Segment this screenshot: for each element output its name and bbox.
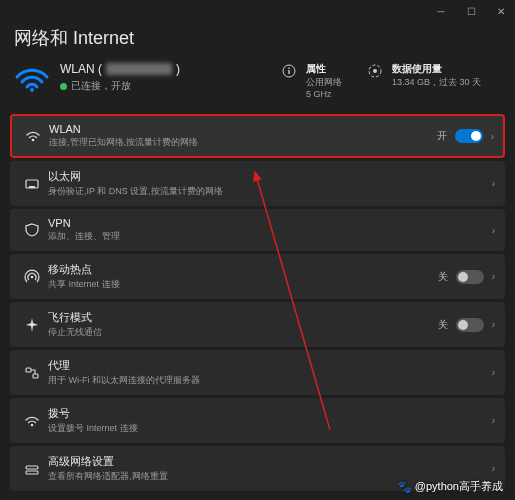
svg-rect-3 [288, 68, 289, 69]
maximize-button[interactable]: ☐ [463, 6, 479, 17]
chevron-right-icon: › [492, 225, 495, 236]
svg-rect-8 [29, 186, 35, 188]
chevron-right-icon: › [492, 178, 495, 189]
item-subtitle: 连接,管理已知网络,按流量计费的网络 [49, 136, 437, 149]
data-usage-block[interactable]: 数据使用量 13.34 GB，过去 30 天 [368, 62, 481, 100]
minimize-button[interactable]: ─ [433, 6, 449, 17]
toggle-label: 关 [438, 270, 448, 284]
wifi-icon-large [14, 65, 50, 93]
settings-item-vpn[interactable]: VPN 添加、连接、管理 › [10, 209, 505, 251]
wifi-icon [21, 128, 45, 144]
info-icon [282, 64, 298, 100]
toggle-switch[interactable] [455, 129, 483, 143]
svg-rect-14 [26, 471, 38, 474]
chevron-right-icon: › [491, 131, 494, 142]
settings-item-airplane[interactable]: 飞行模式 停止无线通信 关› [10, 302, 505, 347]
connection-status: 已连接，开放 [60, 79, 272, 93]
data-usage-icon [368, 64, 384, 100]
item-title: 以太网 [48, 169, 492, 184]
chevron-right-icon: › [492, 415, 495, 426]
svg-point-12 [31, 423, 34, 426]
settings-list: WLAN 连接,管理已知网络,按流量计费的网络 开› 以太网 身份验证,IP 和… [0, 114, 515, 491]
network-hero: WLAN () 已连接，开放 属性 公用网络 5 GHz 数据使用量 13.34… [0, 60, 515, 114]
toggle-switch[interactable] [456, 318, 484, 332]
ethernet-icon [20, 176, 44, 192]
settings-item-dialup[interactable]: 拨号 设置拨号 Internet 连接 › [10, 398, 505, 443]
svg-rect-2 [288, 70, 289, 74]
page-title: 网络和 Internet [0, 22, 515, 60]
svg-rect-11 [33, 374, 38, 378]
chevron-right-icon: › [492, 319, 495, 330]
svg-point-0 [30, 88, 34, 92]
settings-item-proxy[interactable]: 代理 用于 Wi-Fi 和以太网连接的代理服务器 › [10, 350, 505, 395]
settings-item-hotspot[interactable]: 移动热点 共享 Internet 连接 关› [10, 254, 505, 299]
ssid-label: WLAN () [60, 62, 272, 76]
svg-rect-10 [26, 368, 31, 372]
settings-item-ethernet[interactable]: 以太网 身份验证,IP 和 DNS 设置,按流量计费的网络 › [10, 161, 505, 206]
item-title: 移动热点 [48, 262, 438, 277]
watermark: 🐾 @python高手养成 [397, 479, 503, 494]
item-subtitle: 用于 Wi-Fi 和以太网连接的代理服务器 [48, 374, 492, 387]
item-subtitle: 共享 Internet 连接 [48, 278, 438, 291]
item-subtitle: 身份验证,IP 和 DNS 设置,按流量计费的网络 [48, 185, 492, 198]
item-subtitle: 停止无线通信 [48, 326, 438, 339]
close-button[interactable]: ✕ [493, 6, 509, 17]
svg-point-6 [32, 139, 35, 142]
ssid-redacted [106, 63, 172, 75]
status-dot-icon [60, 83, 67, 90]
svg-point-5 [373, 69, 377, 73]
item-title: 代理 [48, 358, 492, 373]
item-title: 飞行模式 [48, 310, 438, 325]
airplane-icon [20, 317, 44, 333]
item-title: 高级网络设置 [48, 454, 492, 469]
hotspot-icon [20, 269, 44, 285]
paw-icon: 🐾 [397, 480, 412, 494]
vpn-icon [20, 222, 44, 238]
item-subtitle: 设置拨号 Internet 连接 [48, 422, 492, 435]
svg-rect-13 [26, 466, 38, 469]
toggle-label: 开 [437, 129, 447, 143]
settings-item-wifi[interactable]: WLAN 连接,管理已知网络,按流量计费的网络 开› [10, 114, 505, 158]
item-subtitle: 添加、连接、管理 [48, 230, 492, 243]
item-title: 拨号 [48, 406, 492, 421]
item-title: VPN [48, 217, 492, 229]
toggle-label: 关 [438, 318, 448, 332]
dialup-icon [20, 413, 44, 429]
svg-point-9 [31, 275, 34, 278]
chevron-right-icon: › [492, 367, 495, 378]
chevron-right-icon: › [492, 271, 495, 282]
properties-block[interactable]: 属性 公用网络 5 GHz [282, 62, 342, 100]
item-title: WLAN [49, 123, 437, 135]
chevron-right-icon: › [492, 463, 495, 474]
proxy-icon [20, 365, 44, 381]
toggle-switch[interactable] [456, 270, 484, 284]
advanced-icon [20, 461, 44, 477]
titlebar: ─ ☐ ✕ [0, 0, 515, 22]
